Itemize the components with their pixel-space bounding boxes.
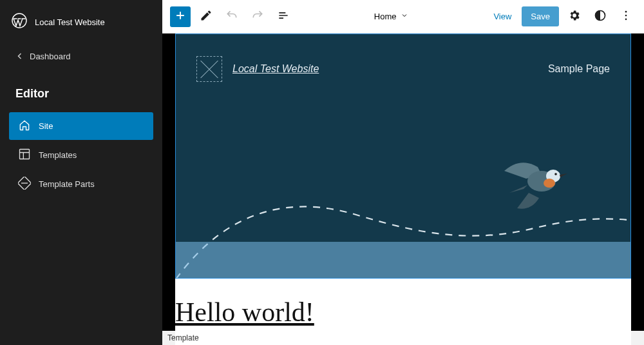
selection-overlay [176,242,630,278]
nav-item-site[interactable]: Site [9,112,153,140]
redo-icon [251,9,264,25]
editor-heading: Editor [0,69,162,108]
list-view-button[interactable] [273,6,294,27]
bird-illustration [498,153,569,214]
chevron-down-icon [401,12,408,21]
nav-label: Site [39,121,53,131]
dashboard-label: Dashboard [30,52,71,61]
svg-point-4 [625,14,627,16]
add-block-button[interactable] [170,6,191,27]
dashboard-back-link[interactable]: Dashboard [0,44,162,69]
nav-label: Template Parts [39,179,95,189]
chevron-left-icon [17,52,23,61]
svg-point-3 [625,10,627,12]
layout-icon [18,148,31,163]
document-title: Home [374,12,397,21]
nav-item-templates[interactable]: Templates [9,141,153,169]
editor-canvas[interactable]: Local Test Website Sample Page [162,34,644,345]
editor-nav: Site Templates Template Parts [0,108,162,202]
edit-mode-button[interactable] [196,6,216,27]
gear-icon [568,9,581,25]
view-link[interactable]: View [488,8,516,25]
hero-left: Local Test Website [196,56,319,82]
plus-icon [174,9,187,25]
svg-point-9 [554,173,557,175]
post-content-area[interactable]: Hello world! [175,279,631,328]
svg-point-5 [625,18,627,20]
site-title-block[interactable]: Local Test Website [232,63,319,75]
sidebar-header: Local Test Website [0,0,162,44]
header-template-part[interactable]: Local Test Website Sample Page [175,34,631,279]
list-view-icon [277,9,290,25]
contrast-icon [594,9,607,25]
settings-button[interactable] [564,6,585,27]
breadcrumb-statusbar[interactable]: Template [162,331,644,345]
nav-item-template-parts[interactable]: Template Parts [9,170,153,198]
site-logo-placeholder[interactable] [196,56,222,82]
post-title[interactable]: Hello world! [175,297,631,328]
pencil-icon [200,9,213,25]
main-area: Home View Save [162,0,644,345]
template-parts-icon [18,177,31,192]
nav-link-sample-page[interactable]: Sample Page [548,63,610,75]
topbar-actions: View Save [488,6,636,27]
editor-topbar: Home View Save [162,0,644,34]
home-icon [18,119,31,133]
save-button[interactable]: Save [522,6,559,26]
more-menu-button[interactable] [616,6,636,27]
undo-icon [225,9,238,25]
hero-header-row: Local Test Website Sample Page [176,34,630,82]
redo-button[interactable] [247,6,268,27]
breadcrumb-text: Template [167,333,199,342]
site-name: Local Test Website [35,17,105,27]
svg-rect-1 [20,150,30,159]
wordpress-logo-icon [12,13,27,31]
canvas-inner: Local Test Website Sample Page [175,34,631,345]
nav-label: Templates [39,150,77,160]
editor-sidebar: Local Test Website Dashboard Editor Site… [0,0,162,345]
styles-button[interactable] [590,6,611,27]
svg-point-8 [544,179,555,188]
document-switcher[interactable]: Home [299,12,483,21]
more-vertical-icon [620,9,632,25]
undo-button[interactable] [222,6,242,27]
